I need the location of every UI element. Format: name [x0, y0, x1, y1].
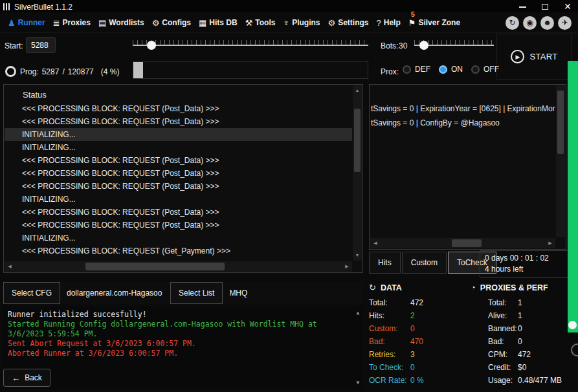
status-log-line: <<< PROCESSING BLOCK: REQUEST (Post_Data… — [5, 102, 352, 115]
start-button[interactable]: ▶ START — [496, 34, 572, 80]
nav-item-silver-zone[interactable]: ⚑ Silver Zone 5 — [408, 18, 460, 28]
right-edge-scrollbar[interactable] — [568, 61, 578, 332]
nav-item-plugins[interactable]: ♆ Plugins — [283, 18, 320, 28]
capture-log-line: tSavings = 0 | ConfigBy = @Hagasoo — [371, 116, 555, 130]
prog-total: 120877 — [68, 67, 94, 76]
stat-label: Bad: — [369, 337, 410, 346]
progress-fill — [133, 62, 143, 78]
stat-row: Retries: 3 — [369, 350, 467, 359]
runner-log-panel: Runner initialized succesfully! Started … — [3, 307, 363, 389]
stat-value: 0 — [518, 324, 522, 333]
nav-item-icon: ⚙ — [152, 18, 160, 28]
nav-item-help[interactable]: ? Help — [377, 18, 401, 28]
capture-log-panel: tSavings = 0 | ExpirationYear = [0625] |… — [369, 84, 566, 250]
runner-log-scrollbar[interactable] — [353, 308, 362, 388]
slider-track — [133, 45, 368, 46]
stat-row: Hits: 2 — [369, 311, 467, 320]
nav-item-configs[interactable]: ⚙ Configs — [152, 18, 191, 28]
radio-dot-icon — [403, 65, 411, 74]
nav-item-runner[interactable]: ♟ Runner — [8, 18, 45, 28]
stat-label: OCR Rate: — [369, 376, 410, 385]
nav-item-proxies[interactable]: ≣ Proxies — [53, 18, 91, 28]
back-button[interactable]: ← Back — [3, 369, 50, 387]
tab-custom[interactable]: Custom — [402, 252, 447, 274]
close-button[interactable] — [564, 3, 572, 12]
stat-value: 1 — [518, 298, 522, 307]
stat-row: Banned: 0 — [471, 324, 577, 333]
scroll-left-icon[interactable] — [6, 261, 14, 272]
stat-value: 0 — [410, 363, 415, 372]
tab-hits[interactable]: Hits — [369, 252, 401, 274]
select-list-button[interactable]: Select List — [170, 282, 223, 304]
vertical-scroll-thumb[interactable] — [557, 91, 564, 154]
scroll-up-icon[interactable] — [353, 87, 362, 94]
history-icon[interactable]: ↻ — [506, 16, 519, 30]
prox-def-radio[interactable]: DEF — [403, 65, 430, 74]
stat-value: 0 — [410, 324, 415, 333]
stat-value: 0.48/477 MB — [518, 376, 562, 385]
maximize-icon — [542, 4, 548, 10]
prox-off-radio[interactable]: OFF — [471, 65, 499, 74]
bots-value: 30 — [399, 41, 407, 50]
stat-row: Bad: 0 — [471, 337, 577, 346]
capture-vertical-scrollbar[interactable] — [556, 85, 565, 237]
start-button-label: START — [530, 52, 558, 61]
edge-scroll-thumb[interactable] — [568, 321, 577, 329]
discord-icon[interactable]: ☻ — [540, 16, 554, 30]
bots-slider-thumb[interactable] — [419, 41, 428, 50]
telegram-icon[interactable]: ✈ — [558, 16, 572, 30]
nav-item-wordlists[interactable]: ▤ Wordlists — [98, 18, 144, 28]
scroll-left-icon[interactable] — [372, 238, 379, 248]
start-slider[interactable] — [133, 39, 368, 51]
play-icon: ▶ — [511, 50, 524, 63]
minimize-button[interactable] — [518, 3, 526, 12]
stat-label: Usage: — [488, 376, 518, 385]
nav-item-icon: ⚒ — [245, 18, 253, 28]
camera-icon[interactable]: ◉ — [523, 16, 537, 30]
nav-item-label: Plugins — [292, 18, 320, 27]
nav-item-tools[interactable]: ⚒ Tools — [245, 18, 276, 28]
status-vertical-scrollbar[interactable] — [353, 85, 362, 261]
status-log-line: INITIALIZING... — [5, 141, 352, 154]
status-log-line: <<< PROCESSING BLOCK: REQUEST (Get_Payme… — [5, 245, 352, 256]
config-bar: Select CFG dollargeneral.com-Hagasoo Sel… — [3, 282, 363, 304]
runner-log-line: Sent Abort Request at 3/6/2023 6:00:57 P… — [8, 339, 351, 349]
start-slider-thumb[interactable] — [147, 41, 156, 50]
nav-item-label: Wordlists — [109, 18, 144, 27]
status-header: Status — [23, 90, 47, 100]
scroll-right-icon[interactable] — [546, 238, 554, 248]
stat-value: 2 — [410, 311, 415, 320]
back-arrow-icon: ← — [12, 373, 20, 383]
stat-value: 472 — [410, 298, 423, 307]
stat-row: Credit: $0 — [471, 363, 577, 372]
vertical-scroll-thumb[interactable] — [354, 109, 361, 172]
nav-item-hits-db[interactable]: ▦ Hits DB — [199, 18, 238, 28]
notification-badge: 5 — [411, 10, 415, 18]
select-cfg-button[interactable]: Select CFG — [3, 282, 60, 304]
runner-log-line: Started Running Config dollargeneral.com… — [8, 320, 351, 329]
capture-horizontal-scrollbar[interactable] — [370, 238, 555, 248]
data-stats-title: DATA — [381, 283, 402, 292]
radio-dot-icon — [471, 65, 480, 74]
nav-item-label: Settings — [338, 18, 368, 27]
status-horizontal-scrollbar[interactable] — [5, 261, 352, 272]
scroll-down-icon[interactable] — [353, 252, 362, 259]
horizontal-scroll-thumb[interactable] — [85, 263, 225, 270]
nav-item-settings[interactable]: ⚙ Settings — [328, 18, 369, 28]
scroll-down-icon[interactable] — [353, 379, 362, 387]
progress-ring-icon — [5, 66, 16, 77]
scroll-up-icon[interactable] — [353, 309, 362, 317]
stat-label: Banned: — [488, 324, 518, 333]
bots-slider[interactable] — [414, 39, 494, 51]
minimize-icon — [519, 6, 526, 8]
window-title: SilverBullet 1.1.2 — [14, 3, 72, 12]
scroll-right-icon[interactable] — [343, 261, 351, 272]
maximize-button[interactable] — [541, 3, 549, 12]
prox-on-radio[interactable]: ON — [439, 65, 463, 74]
horizontal-scroll-thumb[interactable] — [452, 239, 482, 247]
selected-config-name: dollargeneral.com-Hagasoo — [60, 289, 170, 298]
stat-value: 1 — [518, 311, 522, 320]
proxies-perf-panel: ◔ PROXIES & PERF Total: 1 Alive: 1 Banne… — [471, 283, 577, 389]
start-label: Start: — [5, 41, 23, 50]
start-input[interactable] — [26, 37, 56, 53]
